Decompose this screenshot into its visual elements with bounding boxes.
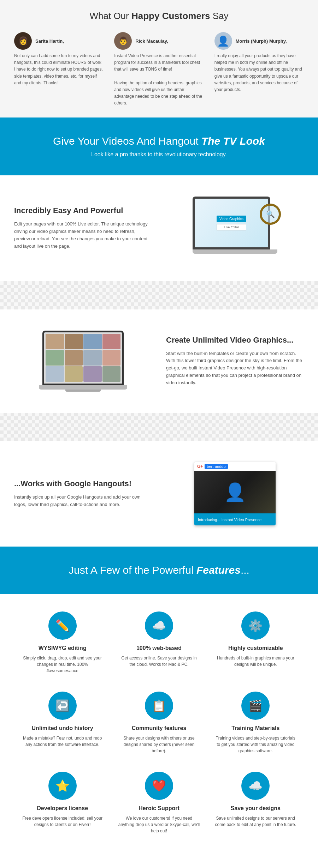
testimonial-1-text: Not only can I add some fun to my videos…	[14, 53, 104, 86]
hangout-username: bertranddo	[205, 464, 228, 469]
support-title: Heroic Support	[118, 805, 200, 812]
feature-developers: ⭐ Developers license Free developers lic…	[14, 772, 111, 834]
community-icon-circle: 📋	[145, 692, 173, 720]
feature-section-3: ...Works with Google Hangouts! Instantly…	[0, 441, 318, 547]
testimonial-3: 👤 Morris (Murph) Murphy, I really enjoy …	[214, 32, 304, 107]
feature-community: 📋 Community features Share your designs …	[111, 692, 207, 754]
feature-support: ❤️ Heroic Support We love our customers!…	[111, 772, 207, 834]
undo-icon: ↩️	[55, 699, 70, 712]
developers-title: Developers license	[21, 805, 104, 812]
testimonial-2-name: Rick Macaulay,	[135, 38, 168, 44]
webbased-icon-circle: ☁️	[145, 611, 173, 640]
features-banner: Just A Few of the Powerful Features...	[0, 547, 318, 594]
testimonial-3-text: I really enjoy all your products as they…	[214, 53, 304, 93]
wysiwyg-text: Simply click, drag, drop, edit and see y…	[21, 655, 104, 674]
undo-text: Made a mistake? Fear not, undo and redo …	[21, 735, 104, 748]
features-row-2: ↩️ Unlimited undo history Made a mistake…	[14, 692, 304, 754]
customizable-text: Hundreds of built-in graphics means your…	[214, 655, 297, 668]
webbased-title: 100% web-based	[118, 645, 200, 651]
feature-3-title: ...Works with Google Hangouts!	[14, 479, 152, 488]
testimonials-title: What Our Happy Customers Say	[14, 11, 304, 22]
developers-icon-circle: ⭐	[48, 772, 77, 800]
testimonial-2-text: Instant Video Presence is another essent…	[114, 53, 204, 107]
cloud-icon: ☁️	[152, 619, 166, 632]
cloud-upload-icon: ☁️	[248, 779, 263, 792]
feature-section-1: Incredibly Easy And Powerful Edit your p…	[0, 175, 318, 281]
testimonials-section: What Our Happy Customers Say 👩 Sarita Ha…	[0, 0, 318, 117]
feature-undo: ↩️ Unlimited undo history Made a mistake…	[14, 692, 111, 754]
customizable-title: Highly customizable	[214, 645, 297, 651]
undo-title: Unlimited undo history	[21, 725, 104, 731]
blue-banner-1-title: Give Your Videos And Hangout The TV Look	[21, 135, 297, 147]
feature-2-image	[14, 331, 152, 392]
save-title: Save your designs	[214, 805, 297, 812]
wysiwyg-icon-circle: ✏️	[48, 611, 77, 640]
webbased-text: Get access online. Save your designs in …	[118, 655, 200, 668]
feature-3-image: G+ bertranddo 👤 Introducing... Instant V…	[166, 462, 304, 525]
training-icon-circle: 🎬	[241, 692, 270, 720]
customizable-icon-circle: ⚙️	[241, 611, 270, 640]
avatar-morris: 👤	[214, 32, 232, 50]
save-icon-circle: ☁️	[241, 772, 270, 800]
features-row-1: ✏️ WYSIWYG editing Simply click, drag, d…	[14, 611, 304, 674]
star-icon: ⭐	[55, 779, 70, 792]
feature-customizable: ⚙️ Highly customizable Hundreds of built…	[207, 611, 304, 674]
training-text: Training videos and step-by-steps tutori…	[214, 735, 297, 754]
blue-banner-1-subtitle: Look like a pro thanks to this revolutio…	[21, 151, 297, 158]
feature-save: ☁️ Save your designs Save unlimited desi…	[207, 772, 304, 834]
undo-icon-circle: ↩️	[48, 692, 77, 720]
support-text: We love our customers! If you need anyth…	[118, 815, 200, 834]
community-text: Share your designs with others or use de…	[118, 735, 200, 754]
wysiwyg-title: WYSIWYG editing	[21, 645, 104, 651]
feature-section-2: Create Unlimited Video Graphics... Start…	[0, 309, 318, 413]
developers-text: Free developers license included: sell y…	[21, 815, 104, 828]
heart-icon: ❤️	[152, 779, 166, 792]
testimonial-2: 👨 Rick Macaulay, Instant Video Presence …	[114, 32, 204, 107]
community-title: Community features	[118, 725, 200, 731]
testimonials-grid: 👩 Sarita Hartin, Not only can I add some…	[14, 32, 304, 107]
hangout-intro-text: Introducing... Instant Video Presence	[198, 518, 261, 522]
community-icon: 📋	[152, 699, 166, 712]
gear-icon: ⚙️	[248, 619, 263, 632]
feature-wysiwyg: ✏️ WYSIWYG editing Simply click, drag, d…	[14, 611, 111, 674]
features-row-3: ⭐ Developers license Free developers lic…	[14, 772, 304, 834]
feature-training: 🎬 Training Materials Training videos and…	[207, 692, 304, 754]
blue-banner-1: Give Your Videos And Hangout The TV Look…	[0, 117, 318, 175]
pencil-icon: ✏️	[55, 619, 70, 632]
testimonial-3-name: Morris (Murph) Murphy,	[236, 38, 287, 44]
feature-1-body: Edit your pages with our 100% Live edito…	[14, 221, 152, 250]
testimonial-1: 👩 Sarita Hartin, Not only can I add some…	[14, 32, 104, 107]
feature-2-text: Create Unlimited Video Graphics... Start…	[166, 336, 304, 387]
avatar-sarita: 👩	[14, 32, 32, 50]
feature-3-body: Instantly spice up all your Google Hango…	[14, 494, 152, 508]
divider-2	[0, 413, 318, 441]
support-icon-circle: ❤️	[145, 772, 173, 800]
feature-3-text: ...Works with Google Hangouts! Instantly…	[14, 479, 152, 508]
feature-2-title: Create Unlimited Video Graphics...	[166, 336, 304, 345]
feature-webbased: ☁️ 100% web-based Get access online. Sav…	[111, 611, 207, 674]
feature-1-image: Video Graphics Live Editor 🔍	[166, 197, 304, 260]
save-text: Save unlimited designs to our servers an…	[214, 815, 297, 828]
testimonial-1-name: Sarita Hartin,	[35, 38, 64, 44]
feature-1-title: Incredibly Easy And Powerful	[14, 206, 152, 215]
film-icon: 🎬	[248, 699, 263, 712]
avatar-rick: 👨	[114, 32, 132, 50]
features-grid: ✏️ WYSIWYG editing Simply click, drag, d…	[0, 594, 318, 859]
divider-1	[0, 281, 318, 309]
features-banner-title: Just A Few of the Powerful Features...	[21, 564, 297, 576]
feature-1-text: Incredibly Easy And Powerful Edit your p…	[14, 206, 152, 250]
training-title: Training Materials	[214, 725, 297, 731]
feature-2-body: Start with the built-in templates or cre…	[166, 350, 304, 387]
